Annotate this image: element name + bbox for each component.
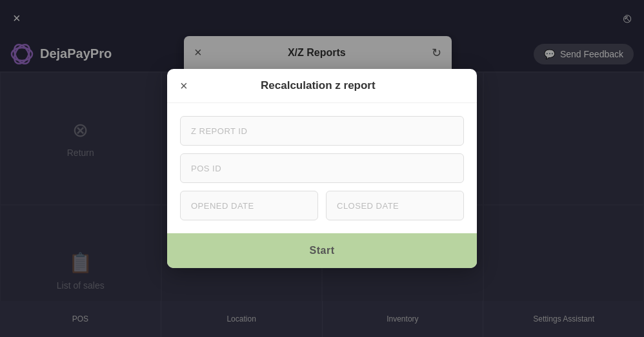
date-row bbox=[180, 191, 464, 220]
z-report-id-input[interactable] bbox=[180, 116, 464, 146]
modal-close-button[interactable]: × bbox=[180, 79, 188, 92]
opened-date-input[interactable] bbox=[180, 191, 318, 220]
modal-body bbox=[167, 103, 477, 233]
pos-id-input[interactable] bbox=[180, 153, 464, 183]
modal-overlay: × Recalculation z report Start bbox=[0, 0, 644, 337]
modal-header: × Recalculation z report bbox=[167, 69, 477, 103]
modal-footer: Start bbox=[167, 233, 477, 268]
recalculation-modal: × Recalculation z report Start bbox=[167, 69, 477, 268]
modal-title: Recalculation z report bbox=[188, 79, 448, 92]
closed-date-input[interactable] bbox=[326, 191, 464, 220]
start-button[interactable]: Start bbox=[167, 233, 477, 268]
